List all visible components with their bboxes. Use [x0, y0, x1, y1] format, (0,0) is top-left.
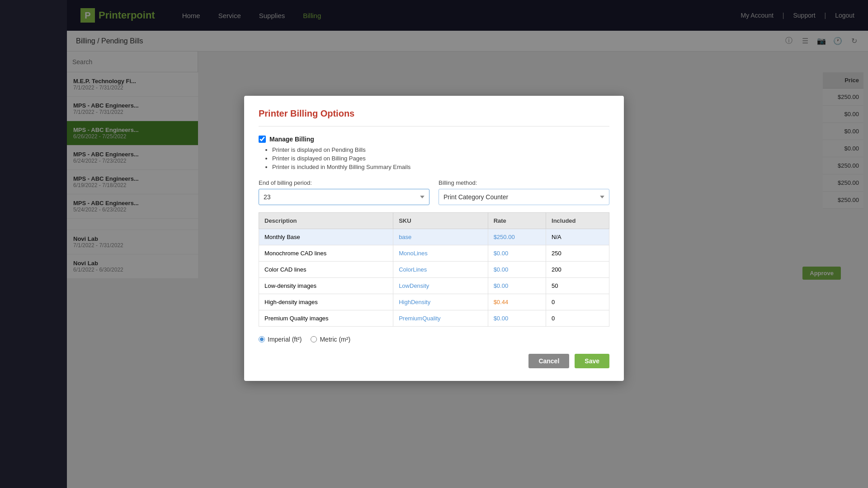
col-header-sku: SKU	[393, 212, 488, 229]
printer-billing-modal: Printer Billing Options Manage Billing P…	[244, 96, 624, 381]
row-sku[interactable]: LowDensity	[393, 277, 488, 294]
save-button[interactable]: Save	[575, 354, 609, 368]
end-of-billing-label: End of billing period:	[259, 179, 429, 186]
row-included: 0	[546, 294, 609, 310]
units-radio-row: Imperial (ft²) Metric (m²)	[259, 336, 609, 343]
col-header-included: Included	[546, 212, 609, 229]
imperial-radio[interactable]	[259, 336, 265, 343]
billing-method-group: Billing method: Print Category Counter M…	[439, 179, 609, 205]
row-sku[interactable]: ColorLines	[393, 261, 488, 277]
row-included: 250	[546, 245, 609, 261]
row-sku[interactable]: HighDensity	[393, 294, 488, 310]
col-header-description: Description	[259, 212, 393, 229]
row-rate: $0.00	[488, 261, 546, 277]
bullet-3: Printer is included in Monthly Billing S…	[272, 164, 609, 170]
row-sku[interactable]: MonoLines	[393, 245, 488, 261]
end-of-billing-group: End of billing period: 23 123 456 789 10…	[259, 179, 429, 205]
table-row: Monochrome CAD lines MonoLines $0.00 250	[259, 245, 609, 261]
manage-billing-checkbox[interactable]	[259, 136, 266, 143]
row-rate: $0.00	[488, 277, 546, 294]
row-included: 0	[546, 310, 609, 326]
billing-table: Description SKU Rate Included Monthly Ba…	[259, 212, 609, 327]
table-row: Monthly Base base $250.00 N/A	[259, 229, 609, 245]
row-description: Low-density images	[259, 277, 393, 294]
metric-radio-label[interactable]: Metric (m²)	[311, 336, 350, 343]
row-rate: $250.00	[488, 229, 546, 245]
table-row: Premium Quality images PremiumQuality $0…	[259, 310, 609, 326]
cancel-button[interactable]: Cancel	[528, 354, 569, 368]
table-row: Color CAD lines ColorLines $0.00 200	[259, 261, 609, 277]
billing-bullets: Printer is displayed on Pending Bills Pr…	[272, 146, 609, 170]
row-sku[interactable]: PremiumQuality	[393, 310, 488, 326]
table-row: Low-density images LowDensity $0.00 50	[259, 277, 609, 294]
row-description: Monochrome CAD lines	[259, 245, 393, 261]
modal-footer: Cancel Save	[259, 354, 609, 368]
bullet-1: Printer is displayed on Pending Bills	[272, 146, 609, 153]
row-description: Monthly Base	[259, 229, 393, 245]
table-row: High-density images HighDensity $0.44 0	[259, 294, 609, 310]
billing-method-select[interactable]: Print Category Counter Mono/Color Counte…	[439, 189, 609, 205]
row-rate: $0.00	[488, 245, 546, 261]
row-description: High-density images	[259, 294, 393, 310]
row-sku[interactable]: base	[393, 229, 488, 245]
manage-billing-row: Manage Billing	[259, 136, 609, 143]
end-of-billing-select[interactable]: 23 123 456 789 101112 131415 161718 1920…	[259, 189, 429, 205]
imperial-radio-label[interactable]: Imperial (ft²)	[259, 336, 302, 343]
bullet-2: Printer is displayed on Billing Pages	[272, 155, 609, 162]
col-header-rate: Rate	[488, 212, 546, 229]
row-included: 200	[546, 261, 609, 277]
row-included: N/A	[546, 229, 609, 245]
metric-radio[interactable]	[311, 336, 317, 343]
form-row: End of billing period: 23 123 456 789 10…	[259, 179, 609, 205]
row-description: Color CAD lines	[259, 261, 393, 277]
row-description: Premium Quality images	[259, 310, 393, 326]
manage-billing-label: Manage Billing	[269, 136, 314, 143]
row-rate: $0.44	[488, 294, 546, 310]
modal-title: Printer Billing Options	[259, 108, 609, 127]
billing-method-label: Billing method:	[439, 179, 609, 186]
row-included: 50	[546, 277, 609, 294]
row-rate: $0.00	[488, 310, 546, 326]
